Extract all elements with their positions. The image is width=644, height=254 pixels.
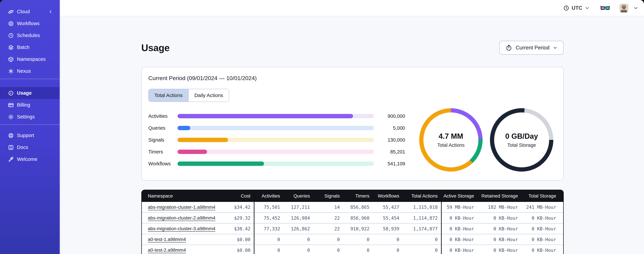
- total-storage-cell: 0 KB-Hour: [521, 245, 563, 254]
- bar-row-timers: Timers 85,201: [148, 149, 405, 155]
- namespace-link[interactable]: abs-migration-cluster-3.a98mm4: [148, 226, 216, 231]
- column-header-signals: Signals: [313, 190, 343, 202]
- sidebar-item-settings[interactable]: Settings: [0, 111, 60, 123]
- billing-card-icon: [8, 102, 14, 108]
- active-storage-cell: 59 MB-Hour: [441, 202, 478, 212]
- bar-label: Signals: [148, 137, 178, 143]
- period-filter-button[interactable]: Current Period: [499, 41, 564, 55]
- activities-cell: 0: [254, 245, 284, 254]
- signals-cell: 14: [313, 202, 343, 212]
- sidebar-item-welcome[interactable]: Welcome: [0, 153, 60, 165]
- activities-cell: 75,452: [254, 212, 284, 223]
- timers-cell: 910,922: [343, 223, 373, 234]
- bar-track: [178, 126, 374, 130]
- workflows-cell: 58,939: [373, 223, 403, 234]
- retained-storage-cell: 0 KB-Hour: [478, 212, 521, 223]
- bar-label: Timers: [148, 149, 178, 155]
- table-header-row: Namespace Cost Activities Queries Signal…: [142, 190, 563, 202]
- sidebar-item-workflows[interactable]: Workflows: [0, 18, 60, 30]
- retained-storage-cell: 0 KB-Hour: [478, 245, 521, 254]
- activities-cell: 75,501: [254, 202, 284, 212]
- cost-cell: $34.42: [218, 202, 254, 212]
- column-header-active-storage: Active Storage: [441, 190, 478, 202]
- settings-gear-icon: [8, 114, 14, 120]
- namespaces-cube-icon: [8, 56, 14, 62]
- tab-total-actions[interactable]: Total Actions: [149, 89, 188, 102]
- collapse-sidebar-icon[interactable]: [48, 10, 53, 14]
- sidebar-item-batch[interactable]: Batch: [0, 42, 60, 53]
- sidebar-item-usage[interactable]: Usage: [0, 87, 60, 99]
- table-row: abs-migration-cluster-3.a98mm4 $38.42 77…: [142, 223, 563, 234]
- usage-charts: Activities 900,000 Queries 5,000: [148, 108, 557, 172]
- table-row: abs-migration-cluster-1.a98mm4 $34.42 75…: [142, 202, 563, 212]
- sidebar-item-billing[interactable]: Billing: [0, 99, 60, 111]
- bar-label: Queries: [148, 125, 178, 131]
- bar-value: 130,000: [378, 137, 405, 143]
- sidebar-item-namespaces[interactable]: Namespaces: [0, 53, 60, 65]
- sidebar-item-label: Workflows: [17, 21, 40, 26]
- usage-bars: Activities 900,000 Queries 5,000: [148, 114, 405, 166]
- active-storage-cell: 0 KB-Hour: [441, 223, 478, 234]
- stopwatch-icon: [506, 44, 512, 51]
- timezone-label: UTC: [572, 5, 582, 11]
- active-storage-cell: 0 KB-Hour: [441, 234, 478, 245]
- total-actions-cell: 1,115,018: [403, 202, 441, 212]
- total-storage-cell: 0 KB-Hour: [521, 234, 563, 245]
- column-header-cost: Cost: [218, 190, 254, 202]
- namespace-usage-table: Namespace Cost Activities Queries Signal…: [141, 190, 564, 254]
- total-actions-cell: 1,174,077: [403, 223, 441, 234]
- column-header-namespace: Namespace: [142, 190, 218, 202]
- sidebar-item-label: Settings: [17, 114, 35, 120]
- clock-icon: [563, 5, 569, 11]
- app-window: Cloud Workflows Schedules Batch: [0, 0, 644, 254]
- bar-track: [178, 138, 374, 142]
- support-lifebuoy-icon: [8, 132, 14, 138]
- glasses-icon[interactable]: [600, 4, 610, 12]
- user-menu-chevron-icon[interactable]: [633, 6, 638, 10]
- avatar[interactable]: [620, 4, 628, 12]
- activities-cell: 77,332: [254, 223, 284, 234]
- page-title: Usage: [141, 42, 170, 53]
- tab-daily-actions[interactable]: Daily Actions: [188, 89, 229, 102]
- bar-fill: [178, 138, 228, 142]
- welcome-rocket-icon: [8, 156, 14, 162]
- sidebar-item-docs[interactable]: Docs: [0, 142, 60, 153]
- bar-value: 541,109: [378, 161, 405, 166]
- sidebar-item-nexus[interactable]: Nexus: [0, 65, 60, 77]
- bar-value: 5,000: [378, 125, 405, 131]
- queries-cell: 0: [284, 245, 313, 254]
- column-header-total-storage: Total Storage: [521, 190, 563, 202]
- total-storage-label: Total Storage: [508, 142, 536, 148]
- bar-fill: [178, 114, 353, 118]
- schedules-icon: [8, 32, 14, 38]
- total-actions-cell: 0: [403, 245, 441, 254]
- timezone-selector[interactable]: UTC: [563, 5, 590, 11]
- active-storage-cell: 0 KB-Hour: [441, 212, 478, 223]
- sidebar-item-label: Batch: [17, 44, 30, 50]
- chevron-down-icon: [585, 6, 590, 10]
- sidebar-item-label: Usage: [17, 90, 32, 96]
- sidebar-item-schedules[interactable]: Schedules: [0, 30, 60, 42]
- bar-value: 900,000: [378, 114, 405, 119]
- active-storage-cell: 0 KB-Hour: [441, 245, 478, 254]
- bar-track: [178, 162, 374, 166]
- namespace-link[interactable]: abs-migration-cluster-1.a98mm4: [148, 204, 216, 210]
- sidebar-item-cloud[interactable]: Cloud: [0, 6, 60, 18]
- bar-label: Workflows: [148, 161, 178, 166]
- queries-cell: 126,984: [284, 212, 313, 223]
- namespace-link[interactable]: a0-test-1.a98mm4: [148, 237, 186, 242]
- sidebar-item-support[interactable]: Support: [0, 130, 60, 142]
- docs-book-icon: [8, 144, 14, 150]
- sidebar-item-label: Docs: [17, 144, 28, 150]
- cost-cell: $29.32: [218, 212, 254, 223]
- cost-cell: $0.00: [218, 234, 254, 245]
- card-title: Current Period (09/01/2024 — 10/01/2024): [148, 75, 557, 82]
- current-period-card: Current Period (09/01/2024 — 10/01/2024)…: [141, 67, 564, 180]
- total-actions-cell: 0: [403, 234, 441, 245]
- avatar-image: [620, 4, 628, 12]
- sidebar-item-label: Schedules: [17, 33, 40, 38]
- namespace-link[interactable]: abs-migration-cluster-2.a98mm4: [148, 215, 216, 220]
- cost-cell: $38.42: [218, 223, 254, 234]
- namespace-link[interactable]: a0-test-2.a98mm4: [148, 248, 186, 253]
- timers-cell: 0: [343, 234, 373, 245]
